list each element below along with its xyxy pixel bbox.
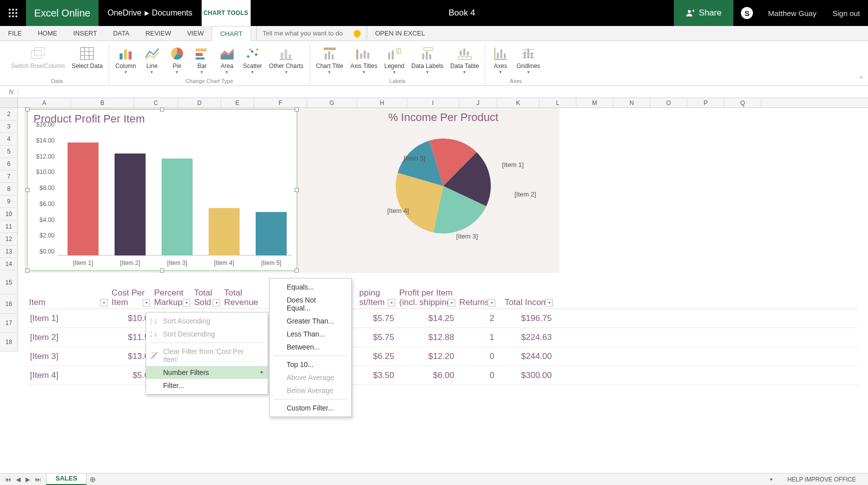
filter-dropdown-icon[interactable]: ▾ (388, 299, 395, 306)
row-header[interactable]: 4 (0, 133, 18, 146)
filter-dropdown-icon[interactable]: ▾ (545, 299, 553, 306)
legend-button[interactable]: Legend (382, 43, 406, 77)
open-in-excel-button[interactable]: OPEN IN EXCEL (367, 26, 433, 40)
row-header[interactable]: 13 (0, 246, 18, 258)
chart-type-other-button[interactable]: Other Charts (267, 43, 306, 77)
tell-me-input[interactable] (263, 30, 348, 37)
column-header[interactable]: J (459, 98, 497, 108)
col-returns[interactable]: Returns▾ (457, 296, 497, 308)
menu-filter[interactable]: Filter... (146, 379, 268, 392)
column-header[interactable]: F (254, 98, 307, 108)
column-header[interactable]: N (613, 98, 650, 108)
submenu-custom-filter[interactable]: Custom Filter... (270, 402, 351, 414)
column-header[interactable]: A (18, 98, 71, 108)
pie-chart[interactable]: % Income Per Product [Item 1][Item 2][It… (318, 108, 568, 241)
column-header[interactable]: P (687, 98, 724, 108)
formula-bar[interactable]: fx (0, 86, 868, 98)
breadcrumb-folder[interactable]: Documents (152, 8, 193, 18)
column-header[interactable]: E (221, 98, 254, 108)
menu-number-filters[interactable]: Number Filters (146, 366, 268, 379)
row-header[interactable]: 5 (0, 146, 18, 158)
tab-file[interactable]: FILE (0, 26, 30, 40)
row-header[interactable]: 16 (0, 294, 18, 314)
selection-handle[interactable] (160, 268, 164, 272)
selection-handle[interactable] (295, 188, 299, 192)
user-name[interactable]: Matthew Guay (760, 0, 824, 26)
column-header[interactable]: H (357, 98, 407, 108)
bar-chart[interactable]: Product Profit Per Item $0.00$2.00$4.00$… (27, 109, 297, 271)
col-shipping[interactable]: pping st/Item▾ (357, 287, 397, 308)
contextual-tab-chart-tools[interactable]: CHART TOOLS (202, 0, 251, 26)
data-labels-button[interactable]: Data Labels (409, 43, 445, 77)
menu-sort-descending[interactable]: ZA Sort Descending (146, 328, 268, 340)
column-header[interactable]: K (497, 98, 539, 108)
chart-type-column-button[interactable]: Column (113, 43, 138, 77)
tab-review[interactable]: REVIEW (138, 26, 179, 40)
col-revenue[interactable]: Total Revenue (222, 287, 265, 308)
collapse-ribbon-icon[interactable]: ˄ (859, 76, 863, 84)
col-item[interactable]: Item▾ (27, 296, 110, 308)
row-header[interactable]: 9 (0, 196, 18, 208)
chart-type-bar-button[interactable]: Bar (191, 43, 213, 77)
row-header[interactable]: 12 (0, 233, 18, 246)
column-header[interactable]: O (650, 98, 687, 108)
row-header[interactable]: 7 (0, 170, 18, 183)
row-header[interactable]: 15 (0, 270, 18, 294)
submenu-does-not-equal[interactable]: Does Not Equal... (270, 294, 351, 314)
tab-view[interactable]: VIEW (179, 26, 212, 40)
col-markup[interactable]: Percent Markup▾ (152, 287, 192, 308)
submenu-top-10[interactable]: Top 10... (270, 358, 351, 371)
selection-handle[interactable] (295, 268, 299, 272)
column-header[interactable]: Q (724, 98, 761, 108)
chart-type-area-button[interactable]: Area (216, 43, 238, 77)
column-header[interactable]: D (178, 98, 221, 108)
chart-type-scatter-button[interactable]: Scatter (241, 43, 264, 77)
chart-type-pie-button[interactable]: Pie (166, 43, 188, 77)
row-header[interactable]: 17 (0, 314, 18, 332)
select-all-corner[interactable] (0, 98, 18, 108)
filter-dropdown-icon[interactable]: ▾ (183, 299, 190, 306)
row-header[interactable]: 18 (0, 332, 18, 352)
col-profit[interactable]: Profit per Item (incl. shipping)▾ (397, 287, 457, 308)
row-header[interactable]: 14 (0, 258, 18, 270)
row-header[interactable]: 2 (0, 108, 18, 120)
spreadsheet-grid[interactable]: ABCDEFGHIJKLMNOPQ 2345678910111213141516… (0, 98, 868, 473)
submenu-between[interactable]: Between... (270, 340, 351, 354)
tab-data[interactable]: DATA (105, 26, 138, 40)
column-header[interactable]: I (407, 98, 459, 108)
sign-out-link[interactable]: Sign out (824, 0, 868, 26)
filter-dropdown-icon[interactable]: ▾ (143, 299, 150, 306)
cells-area[interactable]: Product Profit Per Item $0.00$2.00$4.00$… (18, 108, 868, 473)
submenu-less-than[interactable]: Less Than... (270, 328, 351, 340)
row-header[interactable]: 6 (0, 158, 18, 170)
tab-home[interactable]: HOME (30, 26, 65, 40)
select-data-button[interactable]: Select Data (70, 43, 105, 77)
submenu-greater-than[interactable]: Greater Than... (270, 314, 351, 328)
axis-titles-button[interactable]: Axis Titles (348, 43, 379, 77)
column-header[interactable]: L (539, 98, 576, 108)
chart-title-button[interactable]: Chart Title (314, 43, 346, 77)
tab-chart[interactable]: CHART (212, 26, 251, 41)
selection-handle[interactable] (295, 108, 299, 112)
column-header[interactable]: M (576, 98, 613, 108)
row-header[interactable]: 11 (0, 220, 18, 233)
selection-handle[interactable] (26, 268, 30, 272)
col-cost[interactable]: Cost Per Item▾ (110, 287, 152, 308)
row-header[interactable]: 10 (0, 208, 18, 220)
gridlines-button[interactable]: Gridlines (514, 43, 542, 77)
chart-type-line-button[interactable]: Line (141, 43, 163, 77)
breadcrumb-root[interactable]: OneDrive (108, 8, 142, 18)
breadcrumb[interactable]: OneDrive ▶ Documents (99, 0, 202, 26)
menu-sort-ascending[interactable]: AZ Sort Ascending (146, 314, 268, 328)
filter-dropdown-icon[interactable]: ▾ (213, 299, 220, 306)
col-sold[interactable]: Total Sold▾ (192, 287, 222, 308)
filter-dropdown-icon[interactable]: ▾ (100, 299, 108, 306)
submenu-above-average[interactable]: Above Average (270, 371, 351, 384)
selection-handle[interactable] (26, 108, 30, 112)
filter-dropdown-icon[interactable]: ▾ (448, 299, 455, 306)
selection-handle[interactable] (26, 188, 30, 192)
data-table-button[interactable]: Data Table (448, 43, 481, 77)
tell-me-search[interactable] (256, 26, 367, 40)
app-launcher-icon[interactable] (0, 0, 26, 26)
column-header[interactable]: B (71, 98, 134, 108)
